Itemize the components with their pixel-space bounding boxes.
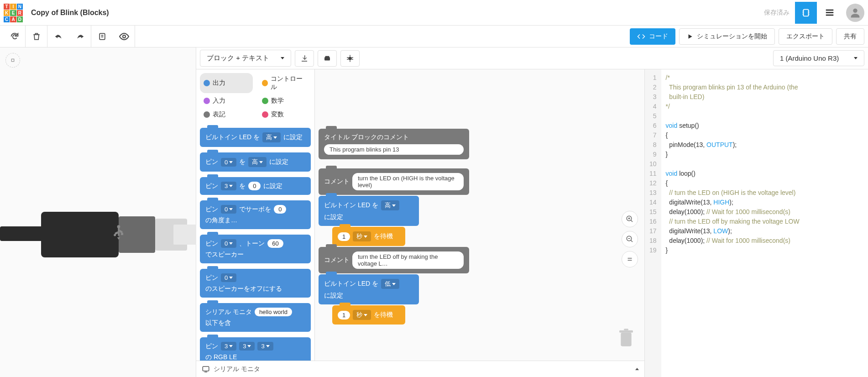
- block-dropdown[interactable]: 0: [221, 273, 236, 282]
- block-builtin-led[interactable]: ビルトイン LED を高に設定: [200, 128, 311, 147]
- block-number-field[interactable]: 0: [274, 205, 286, 214]
- category-dot-icon: [204, 111, 210, 118]
- project-title[interactable]: Copy of Blink (Blocks): [31, 9, 109, 17]
- visibility-button[interactable]: [113, 26, 135, 47]
- block-pin-digital[interactable]: ピン0を高に設定: [200, 152, 311, 172]
- category-dot-icon: [262, 98, 268, 104]
- block-number-field[interactable]: 0: [248, 182, 261, 190]
- zoom-out-button[interactable]: [622, 231, 638, 247]
- block-number-field[interactable]: 1: [338, 311, 350, 319]
- library-button[interactable]: [318, 50, 337, 67]
- svg-rect-0: [804, 9, 809, 16]
- block-text-field[interactable]: turn the LED off by making the voltage L…: [352, 251, 464, 269]
- serial-monitor-toggle[interactable]: シリアル モニタ: [196, 361, 644, 377]
- board-select-label: 1 (Arduino Uno R3): [780, 54, 839, 62]
- category-表記[interactable]: 表記: [200, 109, 253, 120]
- palette-block-list[interactable]: ビルトイン LED を高に設定 ピン0を高に設定 ピン3を0に設定 ピン0でサー…: [196, 124, 314, 377]
- zoom-in-button[interactable]: [622, 211, 638, 227]
- category-数学[interactable]: 数学: [258, 95, 311, 107]
- debug-button[interactable]: [340, 50, 360, 67]
- svg-rect-15: [11, 59, 14, 61]
- code-button[interactable]: コード: [630, 28, 675, 45]
- category-入力[interactable]: 入力: [200, 95, 253, 107]
- svg-rect-8: [826, 12, 834, 13]
- comment-block[interactable]: コメントturn the LED on (HIGH is the voltage…: [319, 168, 469, 195]
- block-tone[interactable]: ピン0、トーン60でスピーカー: [200, 235, 311, 263]
- block-text-field[interactable]: turn the LED on (HIGH is the voltage lev…: [352, 173, 464, 190]
- delete-button[interactable]: [26, 26, 47, 47]
- simulate-button-label: シミュレーションを開始: [697, 32, 767, 41]
- block-dropdown[interactable]: 高: [248, 157, 267, 167]
- title-comment-block[interactable]: タイトル ブロックのコメントThis program blinks pin 13: [319, 129, 469, 159]
- user-avatar[interactable]: [846, 4, 864, 22]
- block-dropdown[interactable]: 3: [221, 342, 236, 351]
- block-dropdown[interactable]: 3: [257, 342, 273, 351]
- share-button[interactable]: 共有: [836, 28, 864, 45]
- comment-block[interactable]: コメントturn the LED off by making the volta…: [319, 247, 469, 273]
- category-dot-icon: [262, 111, 268, 118]
- main-toolbar: コード シミュレーションを開始 エクスポート 共有: [0, 26, 868, 47]
- block-dropdown[interactable]: 3: [239, 342, 255, 351]
- block-dropdown[interactable]: 高: [381, 200, 399, 210]
- block-dropdown[interactable]: 0: [221, 158, 236, 167]
- block-number-field[interactable]: 1: [338, 232, 350, 241]
- zoom-fit-button[interactable]: [622, 251, 638, 267]
- svg-rect-37: [621, 333, 631, 346]
- rotate-button[interactable]: [4, 26, 26, 47]
- schematic-view-button[interactable]: [819, 2, 841, 24]
- block-text-field[interactable]: This program blinks pin 13: [324, 144, 464, 155]
- category-コントロール[interactable]: コントロール: [258, 73, 311, 93]
- led-low-block[interactable]: ビルトイン LED を低に設定: [319, 274, 419, 304]
- circuits-view-button[interactable]: [795, 2, 817, 24]
- block-dropdown[interactable]: 0: [221, 205, 236, 214]
- block-text-field[interactable]: hello world: [255, 308, 292, 316]
- block-dropdown[interactable]: 高: [262, 132, 281, 142]
- wait-block[interactable]: 1秒を待機: [332, 305, 405, 325]
- simulate-button[interactable]: シミュレーションを開始: [679, 28, 775, 45]
- svg-rect-19: [324, 57, 330, 61]
- block-pin-analog[interactable]: ピン3を0に設定: [200, 177, 311, 195]
- serial-monitor-label: シリアル モニタ: [214, 365, 260, 373]
- category-変数[interactable]: 変数: [258, 109, 311, 120]
- led-high-block[interactable]: ビルトイン LED を高に設定: [319, 196, 419, 226]
- block-dropdown[interactable]: 低: [381, 279, 399, 289]
- caret-up-icon: [635, 368, 639, 370]
- block-dropdown[interactable]: 秒: [353, 231, 371, 241]
- category-dot-icon: [262, 80, 268, 86]
- category-dot-icon: [204, 80, 210, 86]
- block-dropdown[interactable]: 0: [221, 239, 236, 248]
- undo-button[interactable]: [47, 26, 69, 47]
- block-number-field[interactable]: 60: [267, 239, 283, 248]
- block-speaker-off[interactable]: ピン0のスピーカーをオフにする: [200, 269, 311, 298]
- code-mode-dropdown[interactable]: ブロック + テキスト: [200, 50, 291, 67]
- block-serial-print[interactable]: シリアル モニタhello world以下を含: [200, 303, 311, 332]
- block-dropdown[interactable]: 秒: [353, 310, 371, 320]
- svg-point-10: [853, 8, 857, 12]
- export-button[interactable]: エクスポート: [779, 28, 832, 45]
- board-select-dropdown[interactable]: 1 (Arduino Uno R3): [773, 50, 864, 66]
- svg-line-25: [352, 57, 353, 58]
- fit-view-button[interactable]: [5, 53, 20, 68]
- caret-down-icon: [854, 57, 858, 59]
- svg-point-17: [114, 234, 116, 236]
- usb-connector-graphic: [0, 207, 201, 262]
- download-button[interactable]: [295, 50, 314, 67]
- wait-block[interactable]: 1秒を待機: [332, 227, 405, 246]
- text-code-editor[interactable]: 12345678910111213141516171819 /* This pr…: [644, 69, 868, 377]
- trash-icon[interactable]: [617, 328, 635, 350]
- redo-button[interactable]: [69, 26, 91, 47]
- svg-line-24: [347, 57, 348, 58]
- svg-point-16: [117, 225, 120, 228]
- block-workspace[interactable]: タイトル ブロックのコメントThis program blinks pin 13…: [315, 69, 644, 377]
- code-content[interactable]: /* This program blinks pin 13 of the Ard…: [661, 69, 868, 377]
- block-dropdown[interactable]: 3: [221, 182, 236, 190]
- code-button-label: コード: [649, 32, 668, 41]
- notes-button[interactable]: [91, 26, 113, 47]
- tinkercad-logo[interactable]: TIN KER CAD: [4, 4, 26, 22]
- svg-line-26: [347, 59, 348, 59]
- circuit-canvas[interactable]: [0, 47, 196, 377]
- category-出力[interactable]: 出力: [200, 73, 253, 93]
- app-header: TIN KER CAD Copy of Blink (Blocks) 保存済み: [0, 0, 868, 26]
- block-servo[interactable]: ピン0でサーボを0の角度ま…: [200, 200, 311, 229]
- caret-down-icon: [281, 57, 284, 59]
